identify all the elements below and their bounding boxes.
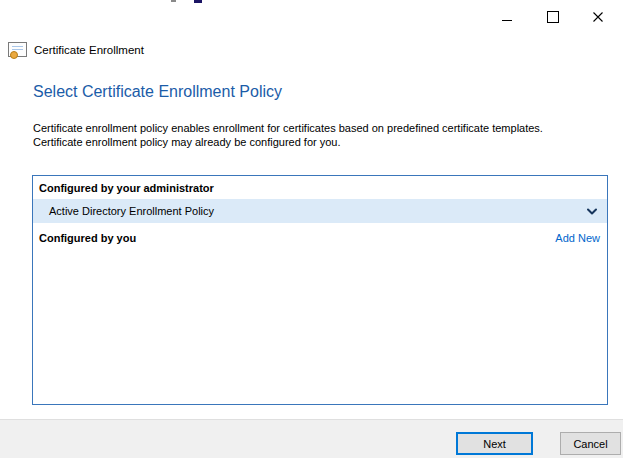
page-description: Certificate enrollment policy enables en… [33,121,543,149]
active-directory-policy-row[interactable]: Active Directory Enrollment Policy [33,199,607,223]
user-section-row: Configured by you Add New [33,223,607,244]
minimize-button[interactable] [494,4,520,30]
description-line: Certificate enrollment policy may alread… [33,135,543,149]
chevron-down-icon[interactable] [587,208,597,215]
admin-section-label: Configured by your administrator [33,176,607,199]
app-title: Certificate Enrollment [34,44,144,56]
cancel-button[interactable]: Cancel [560,432,621,455]
page-title: Select Certificate Enrollment Policy [33,83,282,101]
add-new-link[interactable]: Add New [555,232,600,244]
maximize-icon [547,11,559,23]
wizard-header: Certificate Enrollment [8,41,144,58]
description-line: Certificate enrollment policy enables en… [33,121,543,135]
close-icon [592,11,604,23]
user-section-label: Configured by you [39,232,136,244]
certificate-icon [8,42,27,57]
screenshot-edge-artifact [171,0,176,2]
screenshot-edge-artifact [194,0,202,3]
minimize-icon [502,20,512,21]
wizard-footer: Next Cancel [0,419,623,458]
enrollment-policy-panel: Configured by your administrator Active … [32,175,608,405]
close-button[interactable] [585,4,611,30]
policy-name: Active Directory Enrollment Policy [49,205,214,217]
next-button[interactable]: Next [456,432,533,455]
maximize-button[interactable] [540,4,566,30]
